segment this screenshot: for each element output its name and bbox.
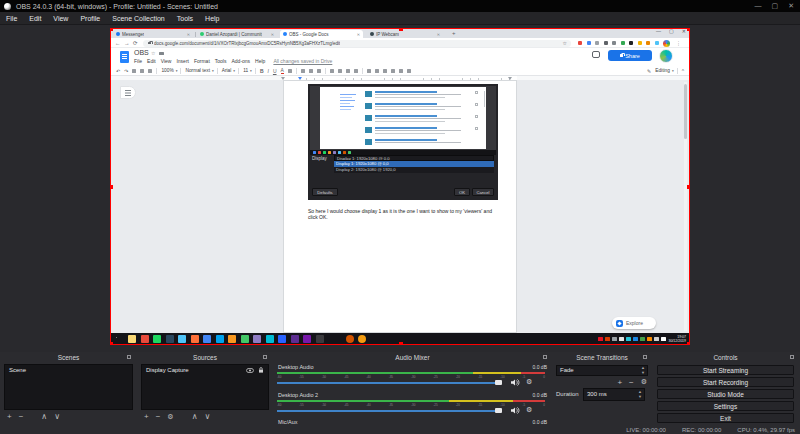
align-center-icon bbox=[338, 69, 342, 73]
source-properties-gear-icon[interactable]: ⚙ bbox=[167, 413, 173, 421]
settings-button[interactable]: Settings bbox=[657, 401, 794, 411]
transitions-title: Scene Transitions bbox=[576, 354, 628, 361]
lock-icon[interactable] bbox=[258, 367, 264, 373]
start-streaming-button[interactable]: Start Streaming bbox=[657, 365, 794, 375]
source-down-button[interactable]: ∨ bbox=[204, 412, 210, 421]
sources-list[interactable]: Display Capture bbox=[141, 364, 269, 410]
menu-help[interactable]: Help bbox=[199, 15, 225, 22]
doc-scrollbar bbox=[684, 82, 687, 331]
menu-profile[interactable]: Profile bbox=[74, 15, 106, 22]
saved-status: All changes saved in Drive bbox=[273, 58, 332, 64]
reload-icon: ⟳ bbox=[133, 40, 138, 46]
explore-icon bbox=[616, 320, 623, 327]
speaker-icon[interactable] bbox=[511, 379, 520, 386]
obs-logo-icon bbox=[4, 3, 11, 10]
sources-dock: Sources Display Capture + − ⚙ ∧ ∨ bbox=[139, 352, 271, 424]
scene-down-button[interactable]: ∨ bbox=[54, 412, 60, 421]
editing-mode-select: Editing bbox=[655, 68, 670, 73]
remove-scene-button[interactable]: − bbox=[19, 412, 24, 421]
maximize-button[interactable]: ▢ bbox=[772, 2, 779, 10]
volume-slider[interactable]: ⚙ bbox=[277, 407, 545, 414]
source-item[interactable]: Display Capture bbox=[142, 365, 268, 375]
cancel-button: Cancel bbox=[472, 188, 494, 196]
controls-title: Controls bbox=[713, 354, 737, 361]
captured-chrome-tabstrip: Messenger ✕ Daniel Azopardi | Community … bbox=[110, 28, 690, 38]
channel-gear-icon[interactable]: ⚙ bbox=[526, 406, 532, 414]
doc-paragraph: So here I would choose display 1 as it i… bbox=[308, 208, 496, 220]
google-docs-icon bbox=[120, 51, 129, 63]
duration-label: Duration bbox=[556, 391, 579, 397]
studio-mode-button[interactable]: Studio Mode bbox=[657, 389, 794, 399]
captured-doc-area: Display Display 1: 1920x1080 @ 0,0 Displ… bbox=[110, 80, 690, 333]
captured-tab-gdocs: OBS - Google Docs ✕ bbox=[280, 30, 363, 38]
close-button[interactable]: ✕ bbox=[788, 2, 794, 10]
display-capture-source[interactable]: Messenger ✕ Daniel Azopardi | Community … bbox=[110, 28, 690, 345]
dock-pin-icon[interactable] bbox=[790, 355, 794, 359]
minimize-icon: — bbox=[656, 28, 661, 34]
channel-level: 0.0 dB bbox=[533, 419, 547, 424]
dialog-preview bbox=[310, 86, 496, 150]
scenes-title: Scenes bbox=[58, 354, 80, 361]
audio-mixer-dock: Audio Mixer Desktop Audio 0.0 dB -60-55-… bbox=[274, 352, 551, 424]
menu-scene-collection[interactable]: Scene Collection bbox=[106, 15, 171, 22]
source-up-button[interactable]: ∧ bbox=[192, 412, 198, 421]
ok-button: OK bbox=[454, 188, 470, 196]
scene-up-button[interactable]: ∧ bbox=[41, 412, 47, 421]
duration-field[interactable]: 300 ms ▲▼ bbox=[583, 388, 645, 401]
indent-increase-icon bbox=[399, 69, 403, 73]
insert-image-icon bbox=[317, 69, 321, 73]
meter-scale: -60-55-50-45-40-35-30-25-20-15-10-50 bbox=[277, 375, 545, 379]
transition-select[interactable]: Fade ▲▼ bbox=[556, 365, 648, 376]
align-right-icon bbox=[346, 69, 350, 73]
dock-pin-icon[interactable] bbox=[543, 355, 547, 359]
visibility-eye-icon[interactable] bbox=[246, 368, 254, 373]
tab-close-icon: ✕ bbox=[187, 32, 190, 37]
font-select: Arial bbox=[222, 68, 232, 73]
bookmark-star-icon: ☆ bbox=[563, 40, 571, 46]
menu-view[interactable]: View bbox=[47, 15, 74, 22]
minimize-button[interactable]: — bbox=[755, 2, 762, 10]
back-icon: ← bbox=[115, 40, 121, 46]
print-icon bbox=[132, 69, 136, 73]
add-transition-button[interactable]: + bbox=[617, 378, 622, 387]
volume-slider[interactable]: ⚙ bbox=[277, 379, 545, 386]
dock-pin-icon[interactable] bbox=[643, 355, 647, 359]
live-time: LIVE: 00:00:00 bbox=[626, 427, 666, 433]
slider-handle[interactable] bbox=[495, 408, 502, 413]
menu-tools[interactable]: Tools bbox=[171, 15, 199, 22]
chrome-menu-icon: ⋮ bbox=[676, 40, 681, 46]
dock-pin-icon[interactable] bbox=[263, 355, 267, 359]
font-size-field: 11 bbox=[243, 68, 248, 73]
controls-dock: Controls Start Streaming Start Recording… bbox=[653, 352, 798, 424]
style-select: Normal text bbox=[185, 68, 210, 73]
menu-edit[interactable]: Edit bbox=[23, 15, 47, 22]
menu-file[interactable]: File bbox=[0, 15, 23, 22]
scenes-list[interactable]: Scene bbox=[4, 364, 133, 410]
undo-icon: ↶ bbox=[116, 68, 120, 74]
start-recording-button[interactable]: Start Recording bbox=[657, 377, 794, 387]
numbered-list-icon bbox=[375, 69, 379, 73]
scene-item[interactable]: Scene bbox=[5, 365, 132, 375]
zoom-select: 100% bbox=[161, 68, 173, 73]
chrome-profile-avatar bbox=[663, 40, 670, 47]
channel-gear-icon[interactable]: ⚙ bbox=[526, 378, 532, 386]
add-source-button[interactable]: + bbox=[144, 412, 149, 421]
speaker-icon[interactable] bbox=[511, 407, 520, 414]
exit-button[interactable]: Exit bbox=[657, 413, 794, 423]
maximize-icon: ▢ bbox=[669, 28, 674, 34]
channel-name: Desktop Audio bbox=[278, 364, 313, 370]
show-desktop-strip bbox=[689, 335, 690, 343]
dock-pin-icon[interactable] bbox=[127, 355, 131, 359]
tab-close-icon: ✕ bbox=[271, 32, 274, 37]
bold-button: B bbox=[260, 68, 264, 74]
captured-tab-messenger: Messenger ✕ bbox=[113, 30, 193, 38]
remove-source-button[interactable]: − bbox=[156, 412, 161, 421]
slider-handle[interactable] bbox=[495, 380, 502, 385]
remove-transition-button[interactable]: − bbox=[629, 378, 634, 387]
add-scene-button[interactable]: + bbox=[7, 412, 12, 421]
start-button-icon bbox=[116, 337, 118, 339]
transition-gear-icon[interactable]: ⚙ bbox=[641, 378, 647, 387]
lock-icon bbox=[620, 54, 623, 57]
indent-decrease-icon bbox=[391, 69, 395, 73]
display-option-2: Display 2: 1920x1080 @ 1920,0 bbox=[334, 167, 494, 173]
